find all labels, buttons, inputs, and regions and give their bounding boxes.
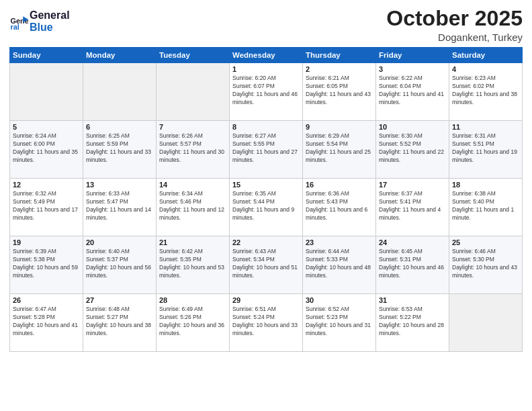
logo-blue: Blue — [30, 21, 53, 33]
location-title: Dogankent, Turkey — [386, 32, 523, 43]
day-number: 26 — [13, 296, 80, 304]
table-row: 16Sunrise: 6:36 AM Sunset: 5:43 PM Dayli… — [303, 179, 376, 236]
day-number: 27 — [86, 296, 153, 304]
title-block: October 2025 Dogankent, Turkey — [386, 7, 523, 43]
day-info: Sunrise: 6:47 AM Sunset: 5:28 PM Dayligh… — [13, 306, 80, 338]
table-row: 3Sunrise: 6:22 AM Sunset: 6:04 PM Daylig… — [376, 63, 449, 121]
table-row: 31Sunrise: 6:53 AM Sunset: 5:22 PM Dayli… — [376, 294, 449, 352]
day-number: 23 — [306, 238, 373, 246]
day-info: Sunrise: 6:40 AM Sunset: 5:37 PM Dayligh… — [86, 248, 153, 280]
table-row: 14Sunrise: 6:34 AM Sunset: 5:46 PM Dayli… — [157, 179, 230, 236]
col-wednesday: Wednesday — [230, 48, 303, 63]
svg-text:ral: ral — [11, 23, 19, 31]
day-number: 16 — [306, 181, 373, 189]
col-thursday: Thursday — [303, 48, 376, 63]
table-row: 4Sunrise: 6:23 AM Sunset: 6:02 PM Daylig… — [449, 63, 523, 121]
calendar-header-row: Sunday Monday Tuesday Wednesday Thursday… — [10, 48, 523, 63]
table-row — [157, 63, 230, 121]
table-row: 26Sunrise: 6:47 AM Sunset: 5:28 PM Dayli… — [10, 294, 83, 352]
table-row: 13Sunrise: 6:33 AM Sunset: 5:47 PM Dayli… — [83, 179, 157, 236]
day-number: 28 — [159, 296, 226, 304]
calendar-week-row: 26Sunrise: 6:47 AM Sunset: 5:28 PM Dayli… — [10, 294, 523, 352]
day-number: 19 — [13, 238, 80, 246]
day-info: Sunrise: 6:31 AM Sunset: 5:51 PM Dayligh… — [452, 132, 519, 165]
day-info: Sunrise: 6:39 AM Sunset: 5:38 PM Dayligh… — [13, 248, 80, 280]
calendar-week-row: 19Sunrise: 6:39 AM Sunset: 5:38 PM Dayli… — [10, 236, 523, 294]
day-info: Sunrise: 6:45 AM Sunset: 5:31 PM Dayligh… — [379, 248, 446, 280]
table-row: 2Sunrise: 6:21 AM Sunset: 6:05 PM Daylig… — [303, 63, 376, 121]
logo-icon: Gene ral — [9, 12, 28, 31]
day-number: 22 — [232, 238, 300, 246]
table-row — [449, 294, 523, 352]
page: Gene ral General Blue October 2025 Dogan… — [0, 0, 532, 411]
day-number: 30 — [306, 296, 373, 304]
day-info: Sunrise: 6:21 AM Sunset: 6:05 PM Dayligh… — [306, 75, 373, 107]
day-number: 12 — [13, 181, 80, 189]
table-row: 18Sunrise: 6:38 AM Sunset: 5:40 PM Dayli… — [449, 179, 523, 236]
day-info: Sunrise: 6:48 AM Sunset: 5:27 PM Dayligh… — [86, 306, 153, 338]
table-row: 24Sunrise: 6:45 AM Sunset: 5:31 PM Dayli… — [376, 236, 449, 294]
day-number: 14 — [159, 181, 226, 189]
col-monday: Monday — [83, 48, 157, 63]
day-info: Sunrise: 6:27 AM Sunset: 5:55 PM Dayligh… — [232, 132, 300, 165]
table-row — [10, 63, 83, 121]
day-number: 13 — [86, 181, 153, 189]
day-number: 25 — [452, 238, 519, 246]
day-number: 9 — [306, 123, 373, 131]
day-number: 21 — [159, 238, 226, 246]
table-row: 17Sunrise: 6:37 AM Sunset: 5:41 PM Dayli… — [376, 179, 449, 236]
day-info: Sunrise: 6:43 AM Sunset: 5:34 PM Dayligh… — [232, 248, 300, 280]
table-row: 1Sunrise: 6:20 AM Sunset: 6:07 PM Daylig… — [230, 63, 303, 121]
day-number: 10 — [379, 123, 446, 131]
day-number: 8 — [232, 123, 300, 131]
col-saturday: Saturday — [449, 48, 523, 63]
col-friday: Friday — [376, 48, 449, 63]
day-info: Sunrise: 6:49 AM Sunset: 5:26 PM Dayligh… — [159, 306, 226, 338]
table-row: 27Sunrise: 6:48 AM Sunset: 5:27 PM Dayli… — [83, 294, 157, 352]
table-row: 10Sunrise: 6:30 AM Sunset: 5:52 PM Dayli… — [376, 121, 449, 179]
day-info: Sunrise: 6:46 AM Sunset: 5:30 PM Dayligh… — [452, 248, 519, 280]
day-info: Sunrise: 6:29 AM Sunset: 5:54 PM Dayligh… — [306, 132, 373, 165]
day-info: Sunrise: 6:51 AM Sunset: 5:24 PM Dayligh… — [232, 306, 300, 338]
day-info: Sunrise: 6:53 AM Sunset: 5:22 PM Dayligh… — [379, 306, 446, 338]
logo: Gene ral General Blue — [9, 9, 70, 33]
table-row — [83, 63, 157, 121]
table-row: 12Sunrise: 6:32 AM Sunset: 5:49 PM Dayli… — [10, 179, 83, 236]
table-row: 28Sunrise: 6:49 AM Sunset: 5:26 PM Dayli… — [157, 294, 230, 352]
day-info: Sunrise: 6:26 AM Sunset: 5:57 PM Dayligh… — [159, 132, 226, 165]
day-info: Sunrise: 6:30 AM Sunset: 5:52 PM Dayligh… — [379, 132, 446, 165]
day-info: Sunrise: 6:38 AM Sunset: 5:40 PM Dayligh… — [452, 190, 519, 222]
day-number: 24 — [379, 238, 446, 246]
table-row: 11Sunrise: 6:31 AM Sunset: 5:51 PM Dayli… — [449, 121, 523, 179]
table-row: 22Sunrise: 6:43 AM Sunset: 5:34 PM Dayli… — [230, 236, 303, 294]
table-row: 23Sunrise: 6:44 AM Sunset: 5:33 PM Dayli… — [303, 236, 376, 294]
day-info: Sunrise: 6:44 AM Sunset: 5:33 PM Dayligh… — [306, 248, 373, 280]
day-number: 31 — [379, 296, 446, 304]
table-row: 20Sunrise: 6:40 AM Sunset: 5:37 PM Dayli… — [83, 236, 157, 294]
day-number: 18 — [452, 181, 519, 189]
table-row: 7Sunrise: 6:26 AM Sunset: 5:57 PM Daylig… — [157, 121, 230, 179]
day-number: 11 — [452, 123, 519, 131]
day-info: Sunrise: 6:34 AM Sunset: 5:46 PM Dayligh… — [159, 190, 226, 222]
day-info: Sunrise: 6:23 AM Sunset: 6:02 PM Dayligh… — [452, 75, 519, 107]
day-info: Sunrise: 6:24 AM Sunset: 6:00 PM Dayligh… — [13, 132, 80, 165]
calendar-week-row: 1Sunrise: 6:20 AM Sunset: 6:07 PM Daylig… — [10, 63, 523, 121]
day-info: Sunrise: 6:52 AM Sunset: 5:23 PM Dayligh… — [306, 306, 373, 338]
day-info: Sunrise: 6:42 AM Sunset: 5:35 PM Dayligh… — [159, 248, 226, 280]
day-info: Sunrise: 6:36 AM Sunset: 5:43 PM Dayligh… — [306, 190, 373, 222]
table-row: 9Sunrise: 6:29 AM Sunset: 5:54 PM Daylig… — [303, 121, 376, 179]
table-row: 6Sunrise: 6:25 AM Sunset: 5:59 PM Daylig… — [83, 121, 157, 179]
calendar-week-row: 12Sunrise: 6:32 AM Sunset: 5:49 PM Dayli… — [10, 179, 523, 236]
table-row: 15Sunrise: 6:35 AM Sunset: 5:44 PM Dayli… — [230, 179, 303, 236]
day-info: Sunrise: 6:20 AM Sunset: 6:07 PM Dayligh… — [232, 75, 300, 107]
day-number: 4 — [452, 65, 519, 73]
table-row: 29Sunrise: 6:51 AM Sunset: 5:24 PM Dayli… — [230, 294, 303, 352]
day-number: 20 — [86, 238, 153, 246]
day-number: 6 — [86, 123, 153, 131]
day-info: Sunrise: 6:22 AM Sunset: 6:04 PM Dayligh… — [379, 75, 446, 107]
day-info: Sunrise: 6:32 AM Sunset: 5:49 PM Dayligh… — [13, 190, 80, 222]
table-row: 8Sunrise: 6:27 AM Sunset: 5:55 PM Daylig… — [230, 121, 303, 179]
table-row: 19Sunrise: 6:39 AM Sunset: 5:38 PM Dayli… — [10, 236, 83, 294]
day-number: 5 — [13, 123, 80, 131]
table-row: 5Sunrise: 6:24 AM Sunset: 6:00 PM Daylig… — [10, 121, 83, 179]
